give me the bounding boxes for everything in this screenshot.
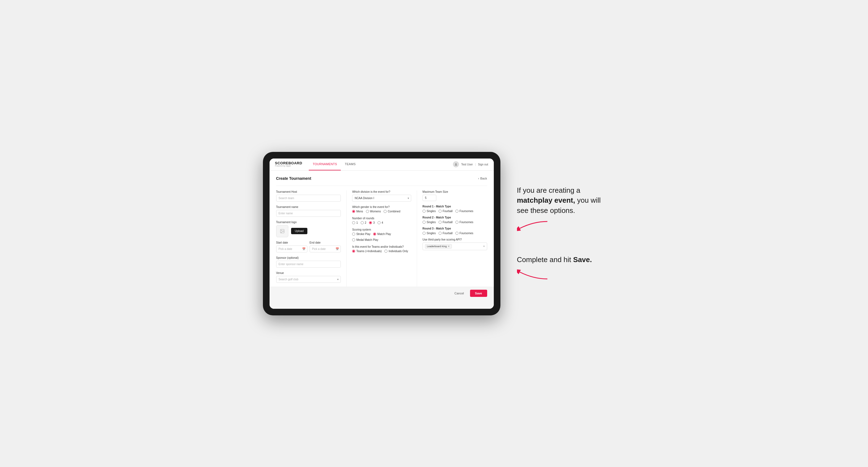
- logo-area: Upload: [276, 225, 341, 237]
- user-name: Test User: [461, 163, 473, 166]
- arrow-top-icon: [517, 219, 550, 232]
- api-tag-input[interactable]: Leaderboard King ✕ ▾: [423, 243, 487, 250]
- round1-radio-group: Singles Fourball Foursomes: [423, 210, 487, 213]
- scoring-medal[interactable]: Medal Match Play: [352, 238, 378, 241]
- venue-input[interactable]: [276, 276, 341, 283]
- end-date-wrapper: 📅: [310, 246, 341, 252]
- round-2[interactable]: 2: [361, 221, 367, 224]
- division-select[interactable]: NCAA Division I: [352, 195, 411, 201]
- svg-point-2: [281, 230, 282, 230]
- teams-group: Is this event for Teams and/or Individua…: [352, 245, 411, 253]
- round-4[interactable]: 4: [377, 221, 383, 224]
- round1-match-type: Round 1 - Match Type Singles Fourball: [423, 205, 487, 213]
- upload-button[interactable]: Upload: [291, 228, 308, 234]
- round1-foursomes[interactable]: Foursomes: [456, 210, 473, 213]
- round3-fourball[interactable]: Fourball: [439, 232, 453, 235]
- brand-sub: Powered by clippit: [275, 165, 302, 167]
- save-button[interactable]: Save: [470, 290, 487, 297]
- venue-label: Venue: [276, 272, 341, 275]
- top-nav: SCOREBOARD Powered by clippit TOURNAMENT…: [270, 158, 494, 171]
- scoring-label: Scoring system: [352, 228, 411, 231]
- end-date-label: End date: [310, 241, 341, 244]
- api-dropdown-icon: ▾: [483, 245, 485, 248]
- sponsor-group: Sponsor (optional): [276, 256, 341, 268]
- annotation-bottom: Complete and hit Save.: [517, 255, 606, 264]
- nav-teams[interactable]: TEAMS: [341, 158, 359, 170]
- sponsor-input[interactable]: [276, 261, 341, 268]
- teams-label: Is this event for Teams and/or Individua…: [352, 245, 411, 248]
- round2-foursomes[interactable]: Foursomes: [456, 221, 473, 224]
- round3-singles[interactable]: Singles: [423, 232, 436, 235]
- left-column: Tournament Host Tournament name Tourname…: [276, 190, 347, 287]
- brand-name: SCOREBOARD: [275, 161, 302, 165]
- round2-singles[interactable]: Singles: [423, 221, 436, 224]
- tournament-name-input[interactable]: [276, 210, 341, 217]
- scoring-stroke[interactable]: Stroke Play: [352, 232, 370, 236]
- round3-label: Round 3 - Match Type: [423, 227, 487, 230]
- round-1[interactable]: 1: [352, 221, 358, 224]
- tournament-logo-label: Tournament logo: [276, 221, 341, 224]
- venue-group: Venue: [276, 272, 341, 283]
- round-3[interactable]: 3: [369, 221, 375, 224]
- main-content: Create Tournament ‹ Back Tournament Host: [270, 171, 494, 309]
- panel-title: Create Tournament: [276, 176, 311, 181]
- max-team-size-group: Maximum Team Size 5: [423, 190, 487, 201]
- scoring-group: Scoring system Stroke Play Match Play: [352, 228, 411, 241]
- tablet-frame: SCOREBOARD Powered by clippit TOURNAMENT…: [263, 152, 500, 315]
- brand-logo: SCOREBOARD Powered by clippit: [275, 161, 302, 167]
- nav-items: TOURNAMENTS TEAMS: [309, 158, 359, 170]
- scoring-match[interactable]: Match Play: [373, 232, 391, 236]
- individuals-only[interactable]: Individuals Only: [384, 250, 408, 253]
- gender-label: Which gender is the event for?: [352, 206, 411, 209]
- round1-fourball[interactable]: Fourball: [439, 210, 453, 213]
- tournament-host-label: Tournament Host: [276, 190, 341, 193]
- logo-placeholder: [276, 225, 288, 237]
- gender-combined[interactable]: Combined: [383, 210, 400, 213]
- round3-foursomes[interactable]: Foursomes: [456, 232, 473, 235]
- user-avatar: [453, 161, 459, 167]
- api-tag-remove[interactable]: ✕: [448, 245, 450, 248]
- calendar-icon-end: 📅: [336, 247, 339, 250]
- nav-tournaments[interactable]: TOURNAMENTS: [309, 158, 341, 170]
- tournament-host-input[interactable]: [276, 195, 341, 201]
- scoring-radio-group: Stroke Play Match Play Medal Match Play: [352, 232, 411, 241]
- rounds-group: Number of rounds 1 2: [352, 217, 411, 224]
- venue-select-wrapper: [276, 276, 341, 283]
- right-column: Maximum Team Size 5 Round 1 - Match Type…: [417, 190, 487, 287]
- pipe-separator: |: [475, 163, 476, 166]
- division-label: Which division is the event for?: [352, 190, 411, 193]
- signout-link[interactable]: Sign out: [478, 163, 488, 166]
- round1-singles[interactable]: Singles: [423, 210, 436, 213]
- date-row: Start date 📅 End date: [276, 241, 341, 252]
- max-team-size-input[interactable]: 5: [423, 195, 436, 201]
- rounds-radio-group: 1 2 3: [352, 221, 411, 224]
- rounds-label: Number of rounds: [352, 217, 411, 220]
- arrow-bottom-icon: [517, 268, 550, 282]
- annotation-area: If you are creating a matchplay event, y…: [512, 185, 606, 282]
- teams-radio-group: Teams (+Individuals) Individuals Only: [352, 250, 411, 253]
- gender-radio-group: Mens Womens Combined: [352, 210, 411, 213]
- cancel-button[interactable]: Cancel: [451, 290, 467, 297]
- round3-radio-group: Singles Fourball Foursomes: [423, 232, 487, 235]
- panel-footer: Cancel Save: [270, 287, 494, 300]
- tablet-screen: SCOREBOARD Powered by clippit TOURNAMENT…: [270, 158, 494, 309]
- tournament-name-group: Tournament name: [276, 206, 341, 217]
- api-tag: Leaderboard King ✕: [425, 244, 452, 249]
- teams-plus-individuals[interactable]: Teams (+Individuals): [352, 250, 382, 253]
- tournament-host-group: Tournament Host: [276, 190, 341, 201]
- calendar-icon-start: 📅: [302, 247, 305, 250]
- round2-label: Round 2 - Match Type: [423, 216, 487, 219]
- nav-right: Test User | Sign out: [453, 161, 488, 167]
- back-link[interactable]: ‹ Back: [478, 177, 487, 180]
- round1-label: Round 1 - Match Type: [423, 205, 487, 208]
- round2-fourball[interactable]: Fourball: [439, 221, 453, 224]
- middle-column: Which division is the event for? NCAA Di…: [346, 190, 417, 287]
- annotation-top: If you are creating a matchplay event, y…: [517, 185, 606, 215]
- create-panel: Create Tournament ‹ Back Tournament Host: [270, 171, 494, 287]
- tournament-logo-group: Tournament logo Upload: [276, 221, 341, 237]
- division-group: Which division is the event for? NCAA Di…: [352, 190, 411, 201]
- date-group: Start date 📅 End date: [276, 241, 341, 252]
- gender-womens[interactable]: Womens: [366, 210, 381, 213]
- round2-match-type: Round 2 - Match Type Singles Fourball: [423, 216, 487, 224]
- gender-mens[interactable]: Mens: [352, 210, 363, 213]
